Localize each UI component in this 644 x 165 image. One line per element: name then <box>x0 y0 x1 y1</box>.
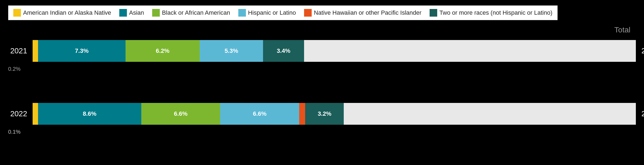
bar-total-2022: 25.2% <box>642 109 644 118</box>
annotation-2021-american-indian: 0.2% <box>8 66 21 72</box>
legend-item-hispanic: Hispanic or Latino <box>238 9 296 17</box>
chart-area: Total 2021 7.3% 6.2% <box>8 28 636 154</box>
legend-item-american-indian: American Indian or Alaska Native <box>13 9 111 17</box>
legend: American Indian or Alaska Native Asian B… <box>8 5 558 20</box>
segment-2021-asian: 7.3% <box>38 40 126 62</box>
legend-item-two-or-more: Two or more races (not Hispanic or Latin… <box>430 9 552 17</box>
segment-label-2022-two-or-more: 3.2% <box>318 110 331 117</box>
bar-row-2022: 2022 8.6% 6.6% 6.6% <box>8 103 636 127</box>
segment-2022-asian: 8.6% <box>38 103 141 125</box>
legend-label-asian: Asian <box>129 9 144 16</box>
year-label-2022: 2022 <box>8 109 33 118</box>
segment-label-2021-asian: 7.3% <box>75 47 89 54</box>
legend-label-pacific-islander: Native Hawaiian or other Pacific Islande… <box>314 9 421 16</box>
segment-2021-black: 6.2% <box>126 40 200 62</box>
segment-label-2021-two-or-more: 3.4% <box>277 47 290 54</box>
segment-2021-hispanic: 5.3% <box>200 40 263 62</box>
segment-2021-two-or-more: 3.4% <box>263 40 304 62</box>
legend-label-black: Black or African American <box>162 9 230 16</box>
chart-container: American Indian or Alaska Native Asian B… <box>0 0 644 165</box>
bar-row-inner-2021: 2021 7.3% 6.2% 5.3% <box>8 40 636 62</box>
legend-label-american-indian: American Indian or Alaska Native <box>23 9 111 16</box>
pacific-islander-swatch <box>304 9 312 17</box>
legend-label-hispanic: Hispanic or Latino <box>248 9 296 16</box>
hispanic-swatch <box>238 9 246 17</box>
american-indian-swatch <box>13 9 21 17</box>
two-or-more-swatch <box>430 9 437 17</box>
segment-2021-american-indian <box>33 40 38 62</box>
segment-2022-american-indian <box>33 103 38 125</box>
bar-row-2021: 2021 7.3% 6.2% 5.3% <box>8 40 636 65</box>
legend-item-black: Black or African American <box>152 9 230 17</box>
legend-label-two-or-more: Two or more races (not Hispanic or Latin… <box>439 9 552 16</box>
segment-label-2022-black: 6.6% <box>174 110 187 117</box>
total-column-label: Total <box>614 26 630 34</box>
segment-2022-two-or-more: 3.2% <box>305 103 344 125</box>
segment-label-2021-hispanic: 5.3% <box>224 47 238 54</box>
black-swatch <box>152 9 160 17</box>
segment-2022-black: 6.6% <box>141 103 220 125</box>
year-label-2021: 2021 <box>8 47 33 55</box>
legend-item-pacific-islander: Native Hawaiian or other Pacific Islande… <box>304 9 421 17</box>
bar-total-2021: 22.4% <box>642 47 644 55</box>
segment-label-2022-hispanic: 6.6% <box>253 110 267 117</box>
segment-label-2022-asian: 8.6% <box>83 110 96 117</box>
bar-track-2022: 8.6% 6.6% 6.6% 3.2% 25 <box>33 103 636 125</box>
segment-2022-pacific-islander <box>299 103 305 125</box>
annotation-2022-pacific-islander: 0.1% <box>8 129 21 135</box>
legend-item-asian: Asian <box>119 9 144 17</box>
bar-row-inner-2022: 2022 8.6% 6.6% 6.6% <box>8 103 636 125</box>
asian-swatch <box>119 9 127 17</box>
segment-2022-hispanic: 6.6% <box>220 103 299 125</box>
bar-track-2021: 7.3% 6.2% 5.3% 3.4% 22.4% <box>33 40 636 62</box>
segment-label-2021-black: 6.2% <box>156 47 169 54</box>
